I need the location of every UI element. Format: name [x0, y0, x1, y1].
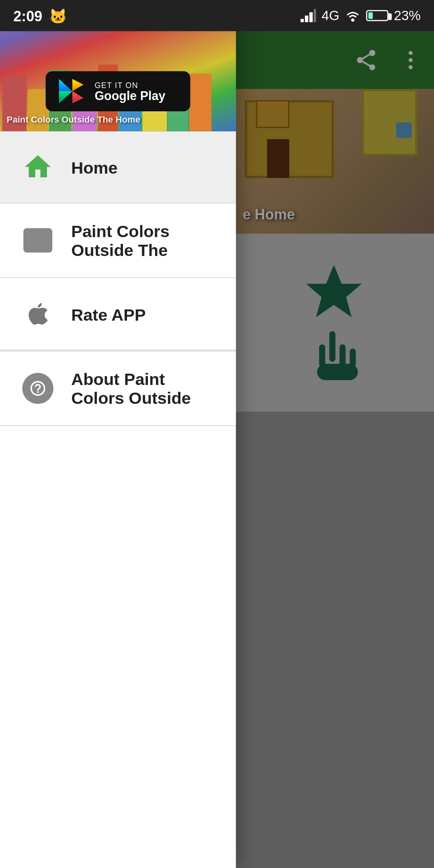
status-bar: 2:09 🐱 4G 23% [0, 0, 434, 31]
paint-colors-nav-label: Paint Colors Outside The [71, 221, 216, 259]
svg-marker-16 [59, 79, 72, 91]
rate-app-nav-label: Rate APP [71, 304, 145, 323]
about-nav-label: About Paint Colors Outside [71, 369, 216, 407]
nav-item-home[interactable]: Home [0, 131, 236, 204]
wifi-icon [345, 9, 360, 22]
status-left: 2:09 🐱 [13, 7, 67, 24]
time-display: 2:09 [13, 7, 42, 24]
svg-rect-1 [305, 16, 308, 23]
svg-marker-19 [72, 91, 84, 103]
cat-icon: 🐱 [49, 7, 67, 24]
about-nav-icon [20, 371, 56, 406]
header-watermark: Paint Colors Outside The Home [7, 115, 140, 125]
rate-app-nav-icon [20, 296, 56, 332]
nav-item-about[interactable]: About Paint Colors Outside [0, 352, 236, 426]
svg-rect-2 [309, 12, 313, 22]
get-it-on-label: GET IT ON [94, 81, 165, 88]
google-play-label: Google Play [94, 88, 165, 102]
drawer-scrim[interactable] [236, 0, 434, 868]
svg-marker-17 [59, 91, 72, 103]
signal-icon [301, 9, 316, 22]
google-play-text: GET IT ON Google Play [94, 81, 165, 102]
status-right: 4G 23% [301, 8, 421, 23]
home-nav-icon [20, 149, 56, 185]
paint-colors-nav-icon [20, 223, 56, 258]
svg-rect-0 [301, 19, 304, 22]
network-type: 4G [321, 8, 339, 23]
svg-marker-18 [72, 79, 84, 91]
battery-percent: 23% [394, 8, 421, 23]
nav-item-rate-app[interactable]: Rate APP [0, 278, 236, 350]
home-nav-label: Home [71, 158, 117, 176]
nav-item-paint-colors[interactable]: Paint Colors Outside The [0, 204, 236, 278]
google-play-badge[interactable]: GET IT ON Google Play [46, 71, 190, 111]
battery-icon [366, 10, 388, 21]
navigation-drawer: ✝ RigariDev [0, 0, 236, 868]
play-store-triangle-icon [57, 77, 86, 106]
svg-point-4 [351, 18, 354, 22]
svg-rect-3 [314, 9, 316, 22]
